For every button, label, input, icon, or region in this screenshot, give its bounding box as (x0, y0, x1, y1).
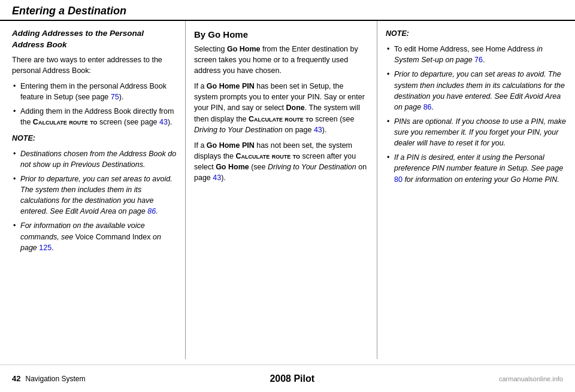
right-note-list: To edit Home Address, see Home Address i… (386, 44, 567, 185)
mid-pin-set: If a Go Home PIN has been set in Setup, … (194, 81, 368, 135)
mid-section-heading: By Go Home (194, 28, 368, 41)
right-note4-link[interactable]: 80 (394, 175, 402, 184)
right-note2-text: Prior to departure, you can set areas to… (394, 70, 565, 100)
mid-pin-done: Done (286, 104, 305, 112)
left-bullet1-text2: ). (119, 93, 124, 101)
left-section-title: Adding Addresses to the Personal Address… (12, 28, 177, 51)
left-bullet-1: Entering them in the personal Address Bo… (12, 81, 177, 102)
footer-watermark: carmanualsonline.info (499, 375, 563, 382)
left-note-3: For information on the available voice c… (12, 220, 177, 253)
footer-left: 42 Navigation System (12, 374, 86, 383)
mid-pin-calc: Calculate route to (249, 115, 313, 123)
left-note-2-text: Prior to departure, you can set areas to… (20, 175, 172, 215)
left-bullet2-link[interactable]: 43 (159, 118, 168, 126)
right-note2-link[interactable]: 86 (423, 103, 432, 111)
left-bullet2-text3: ). (168, 118, 172, 126)
mid-pns-1: If a (194, 141, 207, 150)
page-title: Entering a Destination (12, 5, 563, 17)
left-note-list: Destinations chosen from the Address Boo… (12, 148, 177, 253)
mid-pin-link[interactable]: 43 (314, 126, 322, 134)
left-note3-end: . (52, 244, 53, 252)
left-note-1: Destinations chosen from the Address Boo… (12, 148, 177, 170)
right-note-1: To edit Home Address, see Home Address i… (386, 44, 567, 65)
col-right: NOTE: To edit Home Address, see Home Add… (377, 21, 575, 359)
right-note1-end: . (483, 56, 485, 64)
left-bullet2-text2: screen (see page (98, 118, 160, 126)
left-note2-link[interactable]: 86 (147, 207, 156, 215)
footer-year-model: 2008 Pilot (270, 373, 314, 384)
left-bullet-2: Adding them in the Address Book directly… (12, 106, 177, 127)
mid-intro-bold: Go Home (227, 45, 261, 53)
left-note-2: Prior to departure, you can set areas to… (12, 174, 177, 217)
mid-pin-driving: Driving to Your Destination (194, 126, 283, 134)
mid-pin-set-bold: Go Home PIN (207, 82, 255, 90)
page-container: Entering a Destination Adding Addresses … (0, 0, 575, 392)
left-note3-link[interactable]: 125 (39, 244, 52, 252)
right-note1-link[interactable]: 76 (474, 56, 483, 64)
mid-pns-bold2: Go Home (216, 163, 249, 171)
mid-pin-not-set: If a Go Home PIN has not been set, the s… (194, 140, 368, 184)
left-note-label: NOTE: (12, 133, 177, 144)
right-note2-end: . (432, 103, 434, 111)
left-bullet1-link[interactable]: 75 (111, 93, 119, 101)
mid-pns-bold: Go Home PIN (207, 141, 255, 150)
mid-pns-6: ). (221, 174, 226, 182)
left-bullet1-text1: Entering them in the personal Address Bo… (20, 82, 167, 101)
content-area: Adding Addresses to the Personal Address… (0, 21, 575, 359)
mid-pns-calc: Calculate route to (235, 152, 300, 160)
right-note3-text: PINs are optional. If you choose to use … (394, 117, 566, 147)
mid-pns-link[interactable]: 43 (213, 174, 221, 182)
left-note3-normal: Voice Command Index (75, 233, 153, 241)
right-note4-end: for information on entering your Go Home… (402, 175, 559, 184)
right-note-4: If a PIN is desired, enter it using the … (386, 152, 567, 184)
page-header: Entering a Destination (0, 0, 575, 21)
mid-pin-set-1: If a (194, 82, 207, 90)
mid-pns-driving: Driving to Your Destination (268, 163, 356, 171)
left-bullets: Entering them in the personal Address Bo… (12, 81, 177, 128)
right-note-3: PINs are optional. If you choose to use … (386, 116, 567, 148)
page-footer: 42 Navigation System 2008 Pilot carmanua… (0, 364, 575, 392)
right-note1-home: Home Address (486, 45, 537, 53)
footer-page-number: 42 (12, 374, 20, 383)
right-note2-pg: on page (394, 103, 423, 111)
right-note-label: NOTE: (386, 28, 567, 39)
right-note4-text: If a PIN is desired, enter it using the … (394, 153, 563, 172)
mid-pns-4: (see (249, 163, 268, 171)
left-note-1-text: Destinations chosen from the Address Boo… (20, 150, 176, 169)
mid-pin-set-6: ). (322, 126, 327, 134)
col-left: Adding Addresses to the Personal Address… (0, 21, 186, 359)
col-middle: By Go Home Selecting Go Home from the En… (186, 21, 377, 359)
right-note1-text1: To edit Home Address, see (394, 45, 486, 53)
left-intro: There are two ways to enter addresses to… (12, 54, 177, 76)
mid-pin-set-5: on page (283, 126, 314, 134)
mid-intro-1: Selecting (194, 45, 227, 53)
footer-nav-label: Navigation System (25, 375, 85, 383)
mid-pin-set-4: screen (see (313, 115, 355, 123)
right-note-2: Prior to departure, you can set areas to… (386, 69, 567, 113)
left-bullet2-bold: Calculate route to (33, 118, 98, 126)
mid-intro: Selecting Go Home from the Enter destina… (194, 44, 368, 76)
footer-center: 2008 Pilot (270, 373, 314, 384)
